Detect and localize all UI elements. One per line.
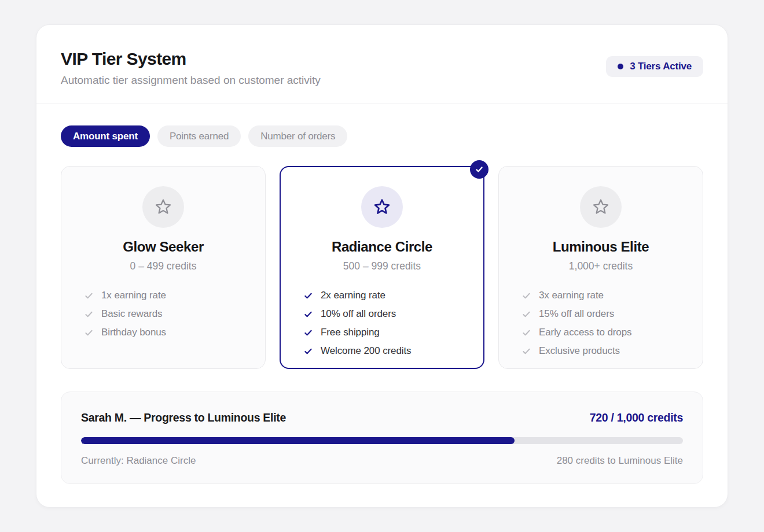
tier-feature: Early access to drops [522, 323, 703, 342]
check-icon [85, 310, 93, 319]
tier-feature: Exclusive products [522, 342, 703, 360]
tier-basis-tabs: Amount spent Points earned Number of ord… [61, 125, 703, 147]
tier-name: Radiance Circle [281, 239, 483, 255]
check-icon [85, 291, 93, 300]
tier-features: 1x earning rate Basic rewards Birthday b… [61, 286, 265, 342]
feature-label: Basic rewards [101, 308, 162, 320]
feature-label: 2x earning rate [321, 290, 385, 301]
vip-tier-panel: VIP Tier System Automatic tier assignmen… [36, 24, 728, 508]
feature-label: Free shipping [321, 327, 380, 338]
tier-features: 2x earning rate 10% off all orders Free … [281, 286, 483, 360]
status-dot-icon [618, 64, 623, 69]
feature-label: 1x earning rate [101, 290, 166, 301]
tier-feature: 1x earning rate [85, 286, 265, 305]
check-icon [304, 310, 313, 319]
star-icon [580, 186, 622, 228]
tier-feature: Basic rewards [85, 305, 265, 323]
check-icon [522, 328, 531, 337]
tier-name: Luminous Elite [499, 239, 703, 255]
header-text: VIP Tier System Automatic tier assignmen… [61, 49, 321, 87]
progress-header: Sarah M. — Progress to Luminous Elite 72… [81, 411, 683, 424]
tier-features: 3x earning rate 15% off all orders Early… [499, 286, 703, 360]
check-icon [522, 347, 531, 356]
feature-label: Early access to drops [539, 327, 631, 338]
status-badge-label: 3 Tiers Active [630, 61, 692, 72]
tier-card-luminous-elite[interactable]: Luminous Elite 1,000+ credits 3x earning… [498, 166, 703, 369]
tier-card-radiance-circle[interactable]: Radiance Circle 500 – 999 credits 2x ear… [280, 166, 484, 369]
check-icon [522, 310, 531, 319]
status-badge: 3 Tiers Active [606, 56, 703, 77]
content: Amount spent Points earned Number of ord… [36, 125, 728, 484]
progress-bar-fill [81, 437, 515, 444]
page-subtitle: Automatic tier assignment based on custo… [61, 74, 321, 87]
tier-feature: 2x earning rate [304, 286, 483, 305]
tier-name: Glow Seeker [61, 239, 265, 255]
progress-value: 720 / 1,000 credits [590, 411, 683, 424]
feature-label: 3x earning rate [539, 290, 604, 301]
progress-title: Sarah M. — Progress to Luminous Elite [81, 411, 286, 424]
page-title: VIP Tier System [61, 49, 321, 69]
progress-bar-track [81, 437, 683, 444]
customer-progress-card: Sarah M. — Progress to Luminous Elite 72… [61, 391, 703, 484]
tier-range: 0 – 499 credits [61, 260, 265, 272]
star-icon [142, 186, 184, 228]
feature-label: Welcome 200 credits [321, 345, 412, 357]
tab-amount-spent[interactable]: Amount spent [61, 125, 150, 147]
tier-feature: 3x earning rate [522, 286, 703, 305]
feature-label: 10% off all orders [321, 308, 396, 320]
tab-number-of-orders[interactable]: Number of orders [248, 125, 347, 147]
feature-label: Birthday bonus [101, 327, 166, 338]
progress-current-tier: Currently: Radiance Circle [81, 455, 196, 467]
header: VIP Tier System Automatic tier assignmen… [36, 25, 728, 87]
feature-label: Exclusive products [539, 345, 620, 357]
tier-card-glow-seeker[interactable]: Glow Seeker 0 – 499 credits 1x earning r… [61, 166, 266, 369]
star-icon [361, 186, 403, 228]
tier-feature: Free shipping [304, 323, 483, 342]
tier-feature: Birthday bonus [85, 323, 265, 342]
tier-grid: Glow Seeker 0 – 499 credits 1x earning r… [61, 166, 703, 369]
progress-footer: Currently: Radiance Circle 280 credits t… [81, 455, 683, 467]
check-icon [304, 291, 313, 300]
tab-points-earned[interactable]: Points earned [157, 125, 241, 147]
header-divider [36, 104, 728, 104]
tier-feature: Welcome 200 credits [304, 342, 483, 360]
tier-range: 500 – 999 credits [281, 260, 483, 272]
selected-check-icon [470, 160, 488, 179]
check-icon [85, 328, 93, 337]
feature-label: 15% off all orders [539, 308, 614, 320]
tier-feature: 10% off all orders [304, 305, 483, 323]
check-icon [522, 291, 531, 300]
check-icon [304, 328, 313, 337]
check-icon [304, 347, 313, 356]
tier-range: 1,000+ credits [499, 260, 703, 272]
tier-feature: 15% off all orders [522, 305, 703, 323]
progress-remaining: 280 credits to Luminous Elite [557, 455, 683, 467]
